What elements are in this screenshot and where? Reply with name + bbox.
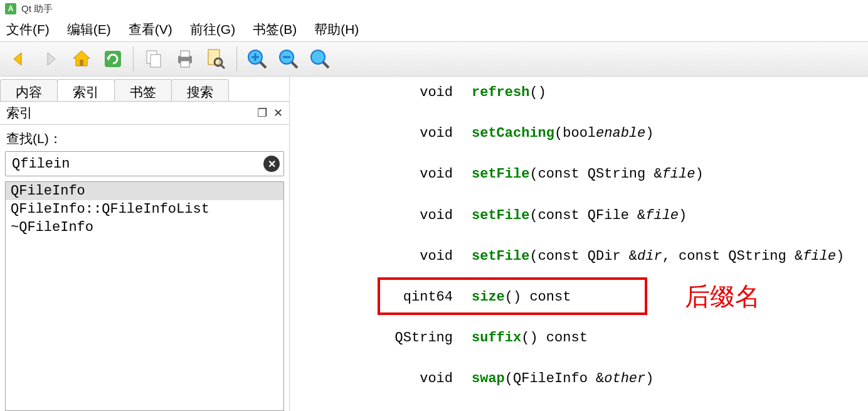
return-type: void [290,82,472,104]
svg-line-13 [221,65,225,68]
home-button[interactable] [68,45,95,73]
function-row: voidsetFile(const QDir &dir, const QStri… [290,245,868,267]
function-row: qint64size() const [290,286,868,308]
search-input[interactable] [6,156,263,172]
function-signature[interactable]: refresh() [472,82,868,104]
panel-header: 索引 ❐ ✕ [0,102,289,125]
clear-search-icon[interactable]: ✕ [263,156,280,172]
menu-file[interactable]: 文件(F) [6,21,50,38]
return-type: QString [290,327,472,349]
window-title: Qt 助手 [21,3,53,15]
function-name[interactable]: suffix [472,330,521,346]
copy-button[interactable] [140,45,167,73]
return-type: QString [290,409,472,412]
find-button[interactable] [203,45,230,73]
close-icon[interactable]: ✕ [273,106,283,120]
svg-rect-4 [105,51,121,67]
menu-bookmarks[interactable]: 书签(B) [253,21,297,38]
zoom-reset-button[interactable] [306,45,334,73]
function-signature[interactable]: setFile(const QString &file) [472,163,868,185]
sidebar: 内容 索引 书签 搜索 索引 ❐ ✕ 查找(L)： ✕ QFileInfo QF… [0,77,290,411]
function-row: voidsetFile(const QFile &file) [290,205,868,227]
titlebar: A Qt 助手 [0,0,868,18]
print-button[interactable] [171,45,199,73]
function-signature[interactable]: setFile(const QFile &file) [472,205,868,227]
svg-rect-9 [181,51,189,57]
sidebar-tabs: 内容 索引 书签 搜索 [0,77,289,102]
function-signature[interactable]: symLinkTarget() const [472,409,868,412]
undock-icon[interactable]: ❐ [257,106,267,120]
back-button[interactable] [5,45,33,73]
svg-rect-7 [151,55,161,67]
svg-line-17 [260,62,266,68]
function-name[interactable]: setFile [472,166,529,182]
sync-button[interactable] [99,45,127,73]
toolbar-separator [133,46,134,72]
svg-point-21 [311,50,325,64]
return-type: void [290,368,472,390]
svg-rect-10 [181,61,189,67]
menubar: 文件(F) 编辑(E) 查看(V) 前往(G) 书签(B) 帮助(H) [0,18,868,41]
zoom-in-button[interactable] [243,45,271,73]
function-name[interactable]: refresh [472,85,529,100]
function-signature[interactable]: swap(QFileInfo &other) [472,368,868,390]
svg-line-22 [323,62,329,68]
doc-content[interactable]: voidrefresh()voidsetCaching(boolenable)v… [290,77,868,411]
app-icon: A [5,3,16,14]
toolbar-separator [236,46,237,72]
annotation-label: 后缀名 [685,276,760,316]
function-name[interactable]: setFile [472,208,529,223]
lookfor-label: 查找(L)： [0,125,289,151]
function-signature[interactable]: size() const [472,286,868,308]
svg-line-20 [292,62,297,68]
function-name[interactable]: setCaching [472,125,554,141]
menu-edit[interactable]: 编辑(E) [67,21,111,38]
svg-marker-1 [48,53,55,65]
return-type: void [290,205,472,227]
menu-go[interactable]: 前往(G) [190,21,235,38]
toolbar [0,41,868,77]
function-row: QStringsymLinkTarget() const [290,409,868,412]
function-name[interactable]: size [472,289,505,305]
function-row: voidswap(QFileInfo &other) [290,368,868,390]
zoom-out-button[interactable] [275,45,302,73]
menu-view[interactable]: 查看(V) [129,21,172,38]
list-item[interactable]: QFileInfo::QFileInfoList [6,200,283,218]
tab-bookmarks[interactable]: 书签 [114,79,172,101]
function-signature[interactable]: suffix() const [472,327,868,349]
tab-search[interactable]: 搜索 [171,79,229,101]
return-type: qint64 [290,286,472,308]
return-type: void [290,122,472,144]
list-item[interactable]: QFileInfo [6,182,283,200]
tab-index[interactable]: 索引 [57,79,115,101]
function-signature[interactable]: setFile(const QDir &dir, const QString &… [472,245,868,267]
main-area: 内容 索引 书签 搜索 索引 ❐ ✕ 查找(L)： ✕ QFileInfo QF… [0,77,868,411]
menu-help[interactable]: 帮助(H) [314,21,359,38]
panel-title: 索引 [6,104,33,122]
function-signature[interactable]: setCaching(boolenable) [472,122,868,144]
forward-button[interactable] [36,45,64,73]
return-type: void [290,245,472,267]
return-type: void [290,163,472,185]
results-list[interactable]: QFileInfo QFileInfo::QFileInfoList ~QFil… [5,181,284,411]
list-item[interactable]: ~QFileInfo [6,218,283,237]
svg-marker-0 [14,53,21,65]
tab-content[interactable]: 内容 [0,79,58,101]
function-row: voidsetFile(const QString &file) [290,163,868,185]
function-row: voidrefresh() [290,82,868,104]
search-box: ✕ [5,151,284,176]
function-row: voidsetCaching(boolenable) [290,122,868,144]
function-name[interactable]: setFile [472,248,529,264]
svg-rect-3 [80,60,83,66]
function-row: QStringsuffix() const [290,327,868,349]
function-name[interactable]: swap [472,371,505,387]
